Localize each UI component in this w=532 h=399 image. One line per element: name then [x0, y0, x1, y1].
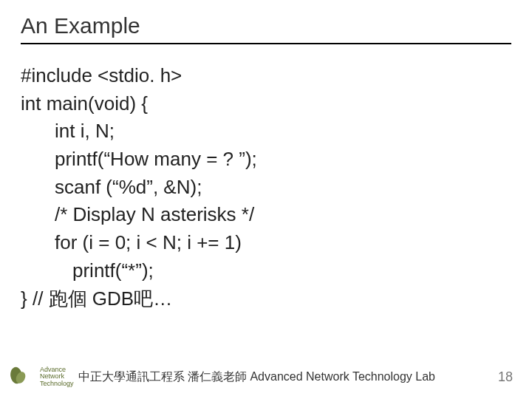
footer-caption: 中正大學通訊工程系 潘仁義老師 Advanced Network Technol… — [74, 369, 498, 385]
code-line: scanf (“%d”, &N); — [21, 174, 532, 202]
footer: Advance Network Technology 中正大學通訊工程系 潘仁義… — [0, 362, 532, 392]
code-line: printf(“How many = ? ”); — [21, 146, 532, 174]
page-number: 18 — [498, 369, 532, 385]
code-line: int i, N; — [21, 117, 532, 146]
code-line: printf(“*”); — [21, 257, 532, 285]
lab-logo-icon — [9, 364, 38, 389]
code-line: #include <stdio. h> — [21, 62, 532, 90]
title-area: An Example — [0, 0, 532, 38]
code-line: } // 跑個 GDB吧… — [21, 285, 532, 313]
slide: An Example #include <stdio. h> int main(… — [0, 0, 532, 399]
lab-logo-text: Advance Network Technology — [40, 366, 74, 387]
code-line: /* Display N asterisks */ — [21, 201, 532, 229]
code-line: int main(void) { — [21, 90, 532, 118]
code-line: for (i = 0; i < N; i += 1) — [21, 229, 532, 257]
slide-title: An Example — [21, 13, 532, 38]
code-block: #include <stdio. h> int main(void) { int… — [0, 44, 532, 313]
